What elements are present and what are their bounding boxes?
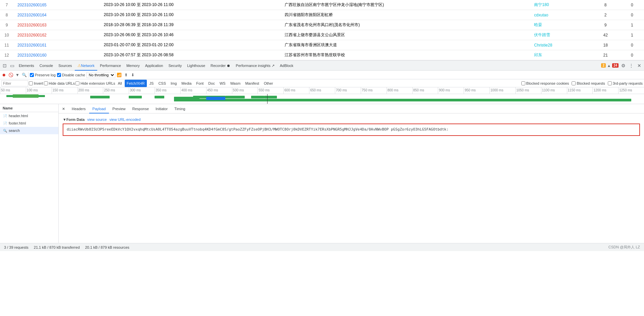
hide-extension-urls-checkbox[interactable] bbox=[75, 81, 79, 85]
detail-tab-payload[interactable]: Payload bbox=[89, 104, 109, 113]
hide-data-urls-label[interactable]: Hide data URLs bbox=[44, 81, 75, 85]
invert-label[interactable]: Invert bbox=[29, 81, 43, 85]
row-id: 2023102600165 bbox=[13, 0, 100, 10]
user-link[interactable]: Christie28 bbox=[534, 43, 552, 48]
filter-tab-js[interactable]: JS bbox=[148, 80, 156, 87]
devtools-tab-memory[interactable]: Memory bbox=[124, 61, 142, 71]
network-toolbar: ⏺ 🚫 ▼ 🔍 Preserve log Disable cache No th… bbox=[0, 71, 644, 79]
wifi-icon[interactable]: 📶 bbox=[117, 72, 122, 78]
file-item-search[interactable]: 🔍search bbox=[0, 127, 58, 134]
detail-tab-preview[interactable]: Preview bbox=[109, 104, 129, 113]
ruler-mark: 50 ms bbox=[0, 87, 26, 94]
view-url-encoded-link[interactable]: view URL-encoded bbox=[109, 117, 140, 122]
transfer-size: 21.1 kB / 870 kB transferred bbox=[34, 245, 80, 249]
user-link[interactable]: cdxutao bbox=[534, 13, 548, 17]
devtools-tab-performance-insights[interactable]: Performance insights ↗ bbox=[233, 61, 277, 71]
invert-checkbox[interactable] bbox=[29, 81, 33, 85]
detail-tab-initiator[interactable]: Initiator bbox=[152, 104, 171, 113]
table-row: 8 2023102600164 2023-10-26 10:00 至 2023-… bbox=[0, 10, 644, 20]
user-link[interactable]: 邱东 bbox=[534, 53, 542, 57]
file-name: footer.html bbox=[9, 121, 26, 125]
row-date: 2023-10-26 06:00 至 2023-10-26 10:46 bbox=[100, 30, 281, 40]
filter-toggle[interactable]: ▼ bbox=[15, 72, 20, 78]
filter-input[interactable] bbox=[1, 80, 28, 86]
blocked-cookies-label[interactable]: Blocked response cookies bbox=[521, 81, 569, 85]
devtools-tab-recorder[interactable]: Recorder ⏺ bbox=[208, 61, 233, 71]
user-link[interactable]: 晗晏 bbox=[534, 22, 542, 27]
filter-tab-all[interactable]: All bbox=[116, 80, 124, 87]
settings-icon[interactable]: ⚙ bbox=[620, 62, 627, 69]
filter-tab-fetch/xhr[interactable]: Fetch/XHR bbox=[125, 80, 147, 87]
form-data-label[interactable]: ▼Form Data bbox=[63, 117, 84, 122]
timeline-marker bbox=[267, 94, 268, 104]
detail-tab-timing[interactable]: Timing bbox=[171, 104, 189, 113]
third-party-checkbox[interactable] bbox=[608, 81, 612, 85]
devtools-tab-adblock[interactable]: AdBlock bbox=[277, 61, 296, 71]
ruler-mark: 600 ms bbox=[283, 87, 309, 94]
filter-tab-media[interactable]: Media bbox=[179, 80, 193, 87]
file-item-header.html[interactable]: 📄header.html bbox=[0, 112, 58, 120]
timeline-bars bbox=[0, 94, 644, 104]
blocked-cookies-checkbox[interactable] bbox=[521, 81, 525, 85]
import-icon[interactable]: ⬆ bbox=[123, 72, 129, 78]
device-mode-icon[interactable]: ▭ bbox=[9, 62, 15, 69]
disable-cache-checkbox[interactable] bbox=[57, 73, 61, 77]
id-link[interactable]: 2023102600160 bbox=[17, 53, 47, 58]
blocked-requests-checkbox[interactable] bbox=[572, 81, 576, 85]
more-options-icon[interactable]: ⋮ bbox=[628, 62, 635, 69]
disable-cache-label[interactable]: Disable cache bbox=[57, 73, 85, 77]
export-icon[interactable]: ⬇ bbox=[130, 72, 135, 78]
filter-tab-ws[interactable]: WS bbox=[218, 80, 228, 87]
devtools-tab-lighthouse[interactable]: Lighthouse bbox=[184, 61, 208, 71]
detail-tab-headers[interactable]: Headers bbox=[68, 104, 89, 113]
clear-button[interactable]: 🚫 bbox=[8, 72, 13, 78]
id-link[interactable]: 2023102600164 bbox=[17, 13, 47, 17]
row-user: 南宁180 bbox=[530, 0, 591, 10]
devtools-tab-application[interactable]: Application bbox=[142, 61, 166, 71]
table-row: 11 2023102600161 2023-01-20 07:00 至 2023… bbox=[0, 40, 644, 50]
third-party-label[interactable]: 3rd-party requests bbox=[608, 81, 643, 85]
user-link[interactable]: 南宁180 bbox=[534, 2, 549, 7]
id-link[interactable]: 2023102600163 bbox=[17, 23, 47, 27]
blocked-requests-label[interactable]: Blocked requests bbox=[572, 81, 605, 85]
ruler-mark: 650 ms bbox=[309, 87, 335, 94]
ruler-mark: 300 ms bbox=[129, 87, 155, 94]
id-link[interactable]: 2023102600162 bbox=[17, 33, 47, 37]
devtools-tab-elements[interactable]: Elements bbox=[16, 61, 37, 71]
timeline-bar bbox=[225, 96, 245, 98]
throttle-select[interactable]: No throttling bbox=[86, 72, 115, 78]
ruler-mark: 1200 ms bbox=[592, 87, 618, 94]
row-count1: 8 bbox=[591, 0, 620, 10]
disable-cache-text: Disable cache bbox=[62, 73, 85, 77]
filter-tab-manifest[interactable]: Manifest bbox=[243, 80, 261, 87]
record-button[interactable]: ⏺ bbox=[1, 72, 7, 78]
view-source-link[interactable]: view source bbox=[87, 117, 107, 122]
id-link[interactable]: 2023102600161 bbox=[17, 43, 47, 48]
file-item-footer.html[interactable]: 📄footer.html bbox=[0, 120, 58, 127]
devtools-tab-console[interactable]: Console bbox=[37, 61, 56, 71]
devtools-tab-performance[interactable]: Performance bbox=[97, 61, 124, 71]
ruler-mark: 1150 ms bbox=[567, 87, 593, 94]
devtools-tab-sources[interactable]: Sources bbox=[56, 61, 74, 71]
hide-extension-urls-label[interactable]: Hide extension URLs bbox=[75, 81, 115, 85]
preserve-log-checkbox[interactable] bbox=[30, 73, 34, 77]
filter-tab-font[interactable]: Font bbox=[194, 80, 206, 87]
row-count1: 2 bbox=[591, 10, 620, 20]
detail-tab-response[interactable]: Response bbox=[129, 104, 152, 113]
filter-tab-css[interactable]: CSS bbox=[156, 80, 168, 87]
filter-tab-doc[interactable]: Doc bbox=[206, 80, 217, 87]
preserve-log-label[interactable]: Preserve log bbox=[30, 73, 56, 77]
hide-data-urls-checkbox[interactable] bbox=[44, 81, 48, 85]
filter-tab-img[interactable]: Img bbox=[169, 80, 179, 87]
filter-tab-wasm[interactable]: Wasm bbox=[228, 80, 243, 87]
tab-close-btn[interactable]: ✕ bbox=[59, 104, 68, 113]
close-devtools-icon[interactable]: ✕ bbox=[636, 62, 643, 69]
inspect-icon[interactable]: ⊡ bbox=[1, 62, 8, 69]
search-network-button[interactable]: 🔍 bbox=[21, 72, 27, 78]
filter-tab-other[interactable]: Other bbox=[262, 80, 275, 87]
user-link[interactable]: 伏牛踏雪 bbox=[534, 32, 550, 37]
devtools-tab-security[interactable]: Security bbox=[166, 61, 184, 71]
devtools-tab-network[interactable]: ⚠Network bbox=[75, 61, 97, 71]
blocked-requests-text: Blocked requests bbox=[577, 81, 605, 85]
id-link[interactable]: 2023102600165 bbox=[17, 3, 47, 7]
